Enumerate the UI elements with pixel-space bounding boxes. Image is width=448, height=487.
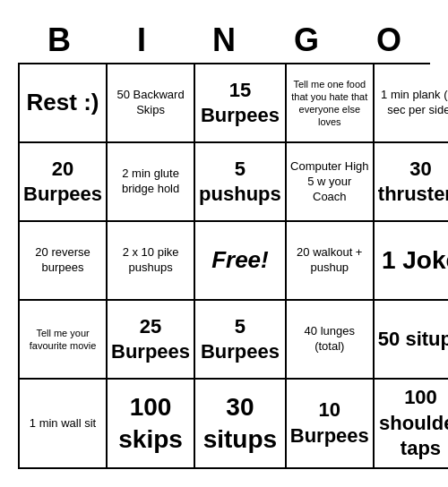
- bingo-cell: 30 situps: [195, 380, 287, 469]
- header-letter: G: [265, 18, 348, 63]
- bingo-cell: Rest :): [20, 64, 108, 143]
- bingo-cell: 50 situps: [375, 301, 448, 380]
- bingo-cell: 20 reverse burpees: [20, 222, 108, 301]
- bingo-grid: Rest :)50 Backward Skips15 BurpeesTell m…: [18, 63, 430, 469]
- bingo-cell: Free!: [195, 222, 287, 301]
- header-letter: O: [348, 18, 430, 63]
- bingo-cell: 20 Burpees: [20, 143, 108, 222]
- bingo-cell: 40 lunges (total): [287, 301, 375, 380]
- bingo-cell: 1 min wall sit: [20, 380, 108, 469]
- bingo-cell: 15 Burpees: [195, 64, 287, 143]
- bingo-cell: 100 skips: [108, 380, 195, 469]
- bingo-cell: 30 thrusters: [375, 143, 448, 222]
- bingo-cell: 100 shoulder taps: [375, 380, 448, 469]
- bingo-cell: 50 Backward Skips: [108, 64, 195, 143]
- header-letter: N: [183, 18, 265, 63]
- bingo-header: BINGO: [18, 18, 430, 63]
- bingo-cell: 20 walkout + pushup: [287, 222, 375, 301]
- bingo-cell: 5 pushups: [195, 143, 287, 222]
- bingo-cell: 10 Burpees: [287, 380, 375, 469]
- header-letter: B: [18, 18, 100, 63]
- bingo-cell: 1 Joke: [375, 222, 448, 301]
- header-letter: I: [100, 18, 183, 63]
- bingo-cell: Tell me one food that you hate that ever…: [287, 64, 375, 143]
- bingo-cell: Tell me your favourite movie: [20, 301, 108, 380]
- bingo-cell: 2 x 10 pike pushups: [108, 222, 195, 301]
- bingo-cell: Computer High 5 w your Coach: [287, 143, 375, 222]
- bingo-cell: 1 min plank (30 sec per side): [375, 64, 448, 143]
- bingo-cell: 25 Burpees: [108, 301, 195, 380]
- bingo-cell: 2 min glute bridge hold: [108, 143, 195, 222]
- bingo-card: BINGO Rest :)50 Backward Skips15 Burpees…: [9, 9, 439, 478]
- bingo-cell: 5 Burpees: [195, 301, 287, 380]
